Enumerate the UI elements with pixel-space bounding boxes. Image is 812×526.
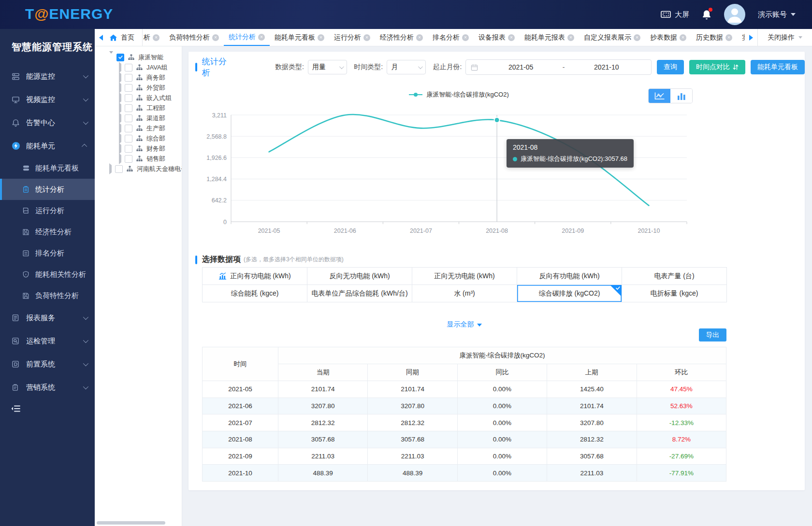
caret-right-icon[interactable] [119, 155, 121, 162]
tab-item-1[interactable]: 负荷特性分析× [164, 29, 224, 46]
tab-close-icon[interactable]: × [634, 34, 640, 41]
show-all-link[interactable]: 显示全部 [202, 320, 726, 329]
data-item-1[interactable]: 反向无功电能 (kWh) [307, 268, 412, 285]
tab-close-icon[interactable]: × [567, 34, 574, 41]
tabs-scroll-left-button[interactable] [95, 29, 107, 46]
tree-checkbox[interactable] [125, 64, 132, 71]
data-item-2[interactable]: 正向无功电能 (kWh) [412, 268, 517, 285]
tab-item-8[interactable]: 能耗单元报表× [520, 29, 579, 46]
tree-node-child[interactable]: 嵌入式组 [95, 93, 182, 103]
tree-checkbox[interactable] [125, 155, 132, 163]
caret-right-icon[interactable] [119, 114, 121, 122]
tree-checkbox[interactable] [125, 94, 132, 102]
tab-item-0[interactable]: 析× [143, 29, 164, 46]
tree-node-child[interactable]: 外贸部 [95, 83, 182, 93]
tree-checkbox[interactable] [125, 114, 132, 122]
tabs-scroll-right-button[interactable] [745, 29, 757, 46]
tree-node-child[interactable]: JAVA组 [95, 62, 182, 72]
tree-node-child[interactable]: 渠道部 [95, 113, 182, 123]
tree-checkbox[interactable] [116, 54, 124, 61]
sidebar-item-report-service[interactable]: 报表服务 [0, 306, 95, 329]
sidebar-subitem-ranking-analysis[interactable]: 排名分析 [0, 242, 95, 264]
tab-item-11[interactable]: 历史数据× [691, 29, 737, 46]
tab-close-icon[interactable]: × [680, 34, 686, 41]
caret-right-icon[interactable] [109, 165, 112, 172]
data-item-8[interactable]: 综合碳排放 (kgCO2) [517, 285, 622, 302]
tree-node-child[interactable]: 工程部 [95, 103, 182, 113]
data-item-3[interactable]: 反向有功电能 (kWh) [517, 268, 622, 285]
caret-down-icon[interactable] [109, 54, 113, 61]
tree-node-child[interactable]: 综合部 [95, 133, 182, 143]
export-button[interactable]: 导出 [699, 328, 726, 341]
sidebar-subitem-statistic-analysis[interactable]: 统计分析 [0, 179, 95, 200]
sidebar-item-inspection-mgmt[interactable]: 运检管理 [0, 329, 95, 353]
bar-chart-button[interactable] [670, 89, 692, 103]
energy-unit-board-button[interactable]: 能耗单元看板 [751, 60, 805, 74]
tab-item-9[interactable]: 自定义报表展示× [579, 29, 645, 46]
sidebar-subitem-load-analysis[interactable]: 负荷特性分析 [0, 285, 95, 306]
tree-node-root[interactable]: 康派智能 [95, 52, 182, 62]
notification-bell-button[interactable] [702, 9, 711, 20]
tab-item-12[interactable]: 实时数据× [737, 29, 745, 46]
tree-checkbox[interactable] [125, 125, 132, 132]
tree-checkbox[interactable] [125, 145, 132, 153]
tab-close-icon[interactable]: × [258, 34, 265, 41]
sidebar-subitem-energy-unit-board[interactable]: 能耗单元看板 [0, 157, 95, 179]
avatar[interactable] [724, 4, 745, 25]
tab-item-4[interactable]: 运行分析× [329, 29, 375, 46]
sidebar-item-marketing-system[interactable]: 营销系统 [0, 376, 95, 399]
caret-right-icon[interactable] [119, 104, 121, 112]
tab-item-7[interactable]: 设备报表× [474, 29, 520, 46]
tab-close-icon[interactable]: × [416, 34, 423, 41]
tab-close-icon[interactable]: × [725, 34, 732, 41]
sidebar-subitem-run-analysis[interactable]: 运行分析 [0, 200, 95, 221]
tree-checkbox[interactable] [125, 135, 132, 142]
tree-node-root[interactable]: 河南航天金穗电子有 [95, 164, 182, 174]
sidebar-item-energy-monitor[interactable]: 能源监控 [0, 65, 95, 88]
account-menu[interactable]: 演示账号 [758, 10, 796, 19]
data-item-4[interactable]: 电表产量 (台) [622, 268, 727, 285]
caret-right-icon[interactable] [119, 135, 121, 142]
tab-close-icon[interactable]: × [508, 34, 515, 41]
sidebar-collapse-button[interactable] [11, 405, 20, 412]
tab-item-5[interactable]: 经济性分析× [375, 29, 428, 46]
sidebar-subitem-economic-analysis[interactable]: 经济性分析 [0, 221, 95, 242]
tree-node-child[interactable]: 销售部 [95, 154, 182, 164]
data-item-9[interactable]: 电折标量 (kgce) [622, 285, 727, 302]
caret-right-icon[interactable] [119, 145, 121, 152]
tab-item-6[interactable]: 排名分析× [428, 29, 474, 46]
time-compare-button[interactable]: 时间点对比 [689, 60, 745, 74]
tree-checkbox[interactable] [125, 84, 132, 92]
sidebar-item-front-system[interactable]: 前置系统 [0, 353, 95, 376]
tab-close-icon[interactable]: × [363, 34, 370, 41]
tab-close-icon[interactable]: × [318, 34, 324, 41]
tab-item-10[interactable]: 抄表数据× [645, 29, 691, 46]
legend-item[interactable]: 康派智能-综合碳排放(kgCO2) [409, 90, 508, 99]
tree-checkbox[interactable] [115, 165, 123, 173]
tab-close-icon[interactable]: × [153, 34, 160, 41]
caret-right-icon[interactable] [119, 84, 121, 91]
time-type-select[interactable]: 月 [387, 60, 426, 74]
tree-checkbox[interactable] [125, 104, 132, 112]
horizontal-scrollbar[interactable] [97, 521, 165, 525]
data-item-6[interactable]: 电表单位产品综合能耗 (kWh/台) [307, 285, 412, 302]
sidebar-item-energy-unit[interactable]: 能耗单元 [0, 134, 95, 157]
month-range-input[interactable]: 2021-05 - 2021-10 [465, 59, 652, 75]
data-item-0[interactable]: 正向有功电能 (kWh) [203, 268, 307, 285]
tab-close-icon[interactable]: × [212, 34, 219, 41]
sidebar-item-alarm-center[interactable]: 告警中心 [0, 111, 95, 134]
caret-right-icon[interactable] [119, 64, 121, 71]
caret-right-icon[interactable] [119, 74, 121, 81]
close-operations-menu[interactable]: 关闭操作 [757, 29, 812, 46]
tab-close-icon[interactable]: × [462, 34, 469, 41]
caret-right-icon[interactable] [119, 125, 121, 132]
sidebar-item-video-monitor[interactable]: 视频监控 [0, 88, 95, 111]
data-item-7[interactable]: 水 (m³) [412, 285, 517, 302]
sidebar-subitem-correlation-analysis[interactable]: 能耗相关性分析 [0, 264, 95, 285]
big-screen-button[interactable]: 大屏 [661, 10, 689, 19]
tree-node-child[interactable]: 商务部 [95, 72, 182, 83]
data-type-select[interactable]: 用量 [308, 60, 347, 74]
data-item-5[interactable]: 综合能耗 (kgce) [203, 285, 307, 302]
caret-right-icon[interactable] [119, 94, 121, 101]
tab-item-2[interactable]: 统计分析× [224, 29, 270, 46]
